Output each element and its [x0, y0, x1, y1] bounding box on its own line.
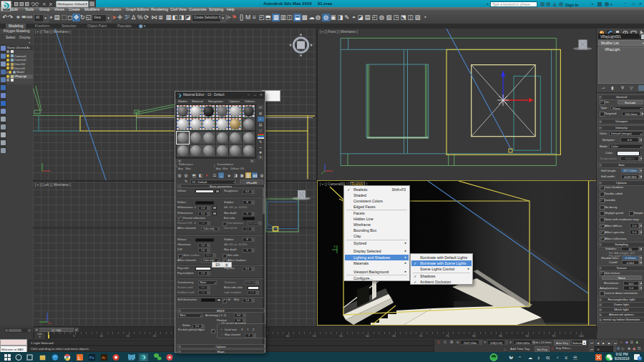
svg-text:⧖: ⧖	[565, 356, 567, 360]
svg-text:▾: ▾	[610, 2, 613, 6]
svg-text:♂: ♂	[556, 356, 560, 360]
svg-text:Ai: Ai	[102, 356, 105, 360]
svg-text:⍋: ⍋	[537, 356, 540, 360]
svg-text:^: ^	[519, 356, 521, 360]
svg-text:亗: 亗	[573, 356, 577, 360]
svg-text:Y: Y	[333, 245, 336, 249]
svg-text:Ps: Ps	[89, 356, 94, 360]
svg-text:L: L	[78, 356, 81, 361]
svg-text:🐿: 🐿	[509, 356, 513, 360]
svg-text:☁: ☁	[528, 356, 532, 360]
svg-text:0(: 0(	[546, 356, 550, 360]
